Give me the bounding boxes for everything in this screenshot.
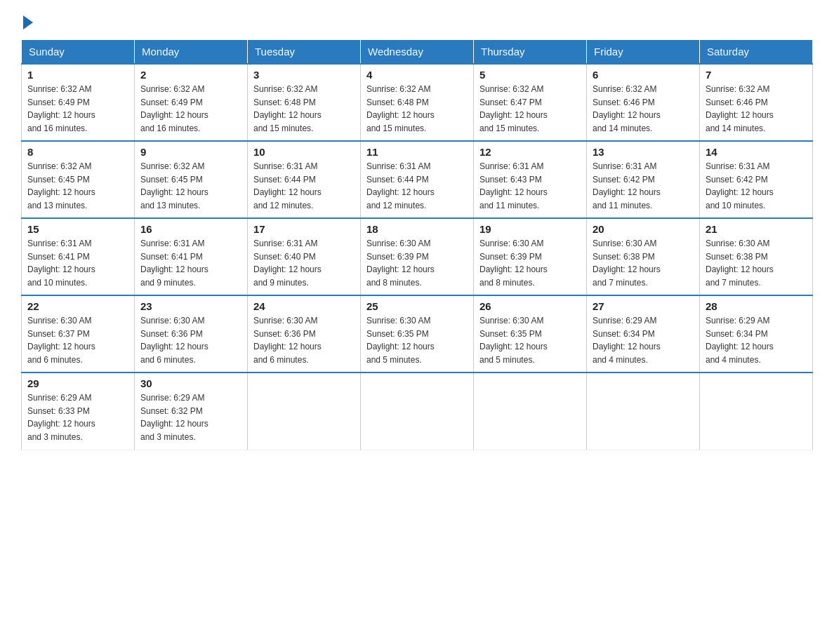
day-info: Sunrise: 6:32 AMSunset: 6:46 PMDaylight:… bbox=[706, 83, 807, 135]
day-info: Sunrise: 6:32 AMSunset: 6:46 PMDaylight:… bbox=[593, 83, 694, 135]
day-number: 18 bbox=[366, 223, 468, 235]
week-row-5: 29Sunrise: 6:29 AMSunset: 6:33 PMDayligh… bbox=[22, 373, 813, 450]
logo-triangle-icon bbox=[23, 15, 33, 29]
day-info: Sunrise: 6:31 AMSunset: 6:44 PMDaylight:… bbox=[253, 160, 355, 212]
calendar-cell: 29Sunrise: 6:29 AMSunset: 6:33 PMDayligh… bbox=[22, 373, 135, 450]
day-number: 12 bbox=[479, 146, 581, 158]
calendar-cell bbox=[248, 373, 361, 450]
calendar-cell: 11Sunrise: 6:31 AMSunset: 6:44 PMDayligh… bbox=[361, 141, 474, 218]
day-info: Sunrise: 6:32 AMSunset: 6:49 PMDaylight:… bbox=[27, 83, 128, 135]
day-info: Sunrise: 6:31 AMSunset: 6:41 PMDaylight:… bbox=[140, 237, 241, 289]
day-number: 30 bbox=[140, 377, 241, 389]
day-number: 3 bbox=[253, 69, 355, 81]
calendar-cell: 17Sunrise: 6:31 AMSunset: 6:40 PMDayligh… bbox=[248, 218, 361, 295]
calendar-cell: 18Sunrise: 6:30 AMSunset: 6:39 PMDayligh… bbox=[361, 218, 474, 295]
logo bbox=[21, 14, 33, 27]
day-info: Sunrise: 6:31 AMSunset: 6:43 PMDaylight:… bbox=[479, 160, 581, 212]
calendar-cell: 7Sunrise: 6:32 AMSunset: 6:46 PMDaylight… bbox=[700, 64, 813, 141]
day-number: 1 bbox=[27, 69, 128, 81]
day-info: Sunrise: 6:31 AMSunset: 6:42 PMDaylight:… bbox=[706, 160, 807, 212]
day-info: Sunrise: 6:31 AMSunset: 6:42 PMDaylight:… bbox=[593, 160, 694, 212]
calendar-cell bbox=[474, 373, 587, 450]
calendar-cell: 15Sunrise: 6:31 AMSunset: 6:41 PMDayligh… bbox=[22, 218, 135, 295]
calendar-cell: 16Sunrise: 6:31 AMSunset: 6:41 PMDayligh… bbox=[135, 218, 248, 295]
day-info: Sunrise: 6:32 AMSunset: 6:48 PMDaylight:… bbox=[366, 83, 468, 135]
day-number: 14 bbox=[706, 146, 807, 158]
day-number: 6 bbox=[593, 69, 694, 81]
header-saturday: Saturday bbox=[700, 40, 813, 65]
day-number: 19 bbox=[479, 223, 581, 235]
day-number: 13 bbox=[593, 146, 694, 158]
day-info: Sunrise: 6:32 AMSunset: 6:48 PMDaylight:… bbox=[253, 83, 355, 135]
day-number: 11 bbox=[366, 146, 468, 158]
week-row-1: 1Sunrise: 6:32 AMSunset: 6:49 PMDaylight… bbox=[22, 64, 813, 141]
header-sunday: Sunday bbox=[22, 40, 135, 65]
day-number: 20 bbox=[593, 223, 694, 235]
day-number: 22 bbox=[27, 300, 128, 312]
day-info: Sunrise: 6:31 AMSunset: 6:40 PMDaylight:… bbox=[253, 237, 355, 289]
day-info: Sunrise: 6:30 AMSunset: 6:39 PMDaylight:… bbox=[366, 237, 468, 289]
day-number: 15 bbox=[27, 223, 128, 235]
day-number: 17 bbox=[253, 223, 355, 235]
header-wednesday: Wednesday bbox=[361, 40, 474, 65]
day-number: 10 bbox=[253, 146, 355, 158]
calendar-cell: 23Sunrise: 6:30 AMSunset: 6:36 PMDayligh… bbox=[135, 295, 248, 373]
calendar-cell: 22Sunrise: 6:30 AMSunset: 6:37 PMDayligh… bbox=[22, 295, 135, 373]
calendar-cell: 3Sunrise: 6:32 AMSunset: 6:48 PMDaylight… bbox=[248, 64, 361, 141]
calendar-cell: 10Sunrise: 6:31 AMSunset: 6:44 PMDayligh… bbox=[248, 141, 361, 218]
calendar-cell: 5Sunrise: 6:32 AMSunset: 6:47 PMDaylight… bbox=[474, 64, 587, 141]
day-info: Sunrise: 6:29 AMSunset: 6:34 PMDaylight:… bbox=[706, 314, 807, 366]
day-number: 26 bbox=[479, 300, 581, 312]
day-number: 9 bbox=[140, 146, 241, 158]
day-info: Sunrise: 6:29 AMSunset: 6:34 PMDaylight:… bbox=[593, 314, 694, 366]
day-info: Sunrise: 6:30 AMSunset: 6:35 PMDaylight:… bbox=[366, 314, 468, 366]
day-info: Sunrise: 6:30 AMSunset: 6:39 PMDaylight:… bbox=[479, 237, 581, 289]
day-info: Sunrise: 6:30 AMSunset: 6:36 PMDaylight:… bbox=[253, 314, 355, 366]
day-number: 25 bbox=[366, 300, 468, 312]
calendar-cell: 2Sunrise: 6:32 AMSunset: 6:49 PMDaylight… bbox=[135, 64, 248, 141]
day-number: 29 bbox=[27, 377, 128, 389]
header-tuesday: Tuesday bbox=[248, 40, 361, 65]
day-info: Sunrise: 6:31 AMSunset: 6:44 PMDaylight:… bbox=[366, 160, 468, 212]
calendar-cell: 27Sunrise: 6:29 AMSunset: 6:34 PMDayligh… bbox=[587, 295, 700, 373]
day-number: 16 bbox=[140, 223, 241, 235]
day-info: Sunrise: 6:32 AMSunset: 6:45 PMDaylight:… bbox=[140, 160, 241, 212]
day-number: 7 bbox=[706, 69, 807, 81]
day-info: Sunrise: 6:29 AMSunset: 6:33 PMDaylight:… bbox=[27, 391, 128, 443]
calendar-cell: 28Sunrise: 6:29 AMSunset: 6:34 PMDayligh… bbox=[700, 295, 813, 373]
calendar-cell: 20Sunrise: 6:30 AMSunset: 6:38 PMDayligh… bbox=[587, 218, 700, 295]
weekday-header-row: Sunday Monday Tuesday Wednesday Thursday… bbox=[22, 40, 813, 65]
day-info: Sunrise: 6:30 AMSunset: 6:38 PMDaylight:… bbox=[706, 237, 807, 289]
header-thursday: Thursday bbox=[474, 40, 587, 65]
calendar-cell bbox=[700, 373, 813, 450]
week-row-3: 15Sunrise: 6:31 AMSunset: 6:41 PMDayligh… bbox=[22, 218, 813, 295]
calendar-cell: 25Sunrise: 6:30 AMSunset: 6:35 PMDayligh… bbox=[361, 295, 474, 373]
day-info: Sunrise: 6:30 AMSunset: 6:36 PMDaylight:… bbox=[140, 314, 241, 366]
day-number: 8 bbox=[27, 146, 128, 158]
calendar-cell: 24Sunrise: 6:30 AMSunset: 6:36 PMDayligh… bbox=[248, 295, 361, 373]
calendar-cell: 4Sunrise: 6:32 AMSunset: 6:48 PMDaylight… bbox=[361, 64, 474, 141]
header-monday: Monday bbox=[135, 40, 248, 65]
day-info: Sunrise: 6:32 AMSunset: 6:47 PMDaylight:… bbox=[479, 83, 581, 135]
day-number: 5 bbox=[479, 69, 581, 81]
calendar-cell: 30Sunrise: 6:29 AMSunset: 6:32 PMDayligh… bbox=[135, 373, 248, 450]
calendar-cell: 8Sunrise: 6:32 AMSunset: 6:45 PMDaylight… bbox=[22, 141, 135, 218]
header-friday: Friday bbox=[587, 40, 700, 65]
day-number: 4 bbox=[366, 69, 468, 81]
calendar-cell: 9Sunrise: 6:32 AMSunset: 6:45 PMDaylight… bbox=[135, 141, 248, 218]
calendar-table: Sunday Monday Tuesday Wednesday Thursday… bbox=[21, 39, 813, 450]
calendar-cell bbox=[361, 373, 474, 450]
calendar-cell: 6Sunrise: 6:32 AMSunset: 6:46 PMDaylight… bbox=[587, 64, 700, 141]
day-info: Sunrise: 6:30 AMSunset: 6:37 PMDaylight:… bbox=[27, 314, 128, 366]
calendar-cell: 14Sunrise: 6:31 AMSunset: 6:42 PMDayligh… bbox=[700, 141, 813, 218]
day-info: Sunrise: 6:29 AMSunset: 6:32 PMDaylight:… bbox=[140, 391, 241, 443]
calendar-cell: 26Sunrise: 6:30 AMSunset: 6:35 PMDayligh… bbox=[474, 295, 587, 373]
calendar-cell: 19Sunrise: 6:30 AMSunset: 6:39 PMDayligh… bbox=[474, 218, 587, 295]
day-info: Sunrise: 6:31 AMSunset: 6:41 PMDaylight:… bbox=[27, 237, 128, 289]
day-info: Sunrise: 6:32 AMSunset: 6:45 PMDaylight:… bbox=[27, 160, 128, 212]
day-number: 24 bbox=[253, 300, 355, 312]
week-row-4: 22Sunrise: 6:30 AMSunset: 6:37 PMDayligh… bbox=[22, 295, 813, 373]
calendar-cell: 12Sunrise: 6:31 AMSunset: 6:43 PMDayligh… bbox=[474, 141, 587, 218]
calendar-cell: 13Sunrise: 6:31 AMSunset: 6:42 PMDayligh… bbox=[587, 141, 700, 218]
week-row-2: 8Sunrise: 6:32 AMSunset: 6:45 PMDaylight… bbox=[22, 141, 813, 218]
